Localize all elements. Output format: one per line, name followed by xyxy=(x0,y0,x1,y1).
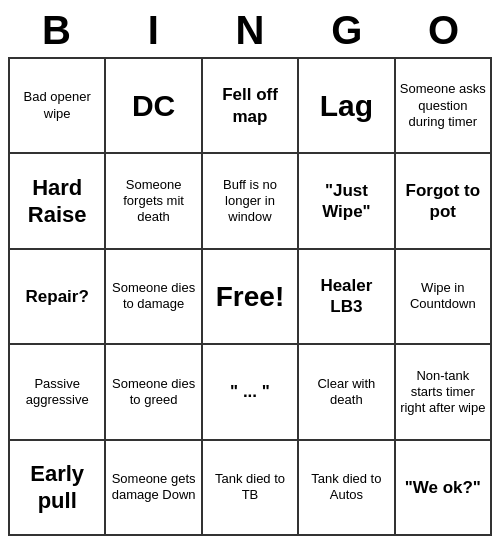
bingo-cell-13: Healer LB3 xyxy=(299,250,395,345)
cell-text-12: Free! xyxy=(216,279,284,314)
bingo-cell-16: Someone dies to greed xyxy=(106,345,202,440)
cell-text-7: Buff is no longer in window xyxy=(207,177,293,226)
cell-text-22: Tank died to TB xyxy=(207,471,293,504)
bingo-cell-0: Bad opener wipe xyxy=(10,59,106,154)
bingo-cell-2: Fell off map xyxy=(203,59,299,154)
cell-text-20: Early pull xyxy=(14,460,100,515)
cell-text-11: Someone dies to damage xyxy=(110,280,196,313)
bingo-cell-5: Hard Raise xyxy=(10,154,106,249)
cell-text-10: Repair? xyxy=(26,286,89,307)
bingo-cell-11: Someone dies to damage xyxy=(106,250,202,345)
bingo-cell-3: Lag xyxy=(299,59,395,154)
cell-text-1: DC xyxy=(132,87,175,125)
bingo-cell-4: Someone asks question during timer xyxy=(396,59,492,154)
cell-text-4: Someone asks question during timer xyxy=(400,81,486,130)
cell-text-24: "We ok?" xyxy=(405,477,481,498)
cell-text-14: Wipe in Countdown xyxy=(400,280,486,313)
bingo-cell-21: Someone gets damage Down xyxy=(106,441,202,536)
cell-text-21: Someone gets damage Down xyxy=(110,471,196,504)
cell-text-0: Bad opener wipe xyxy=(14,89,100,122)
cell-text-13: Healer LB3 xyxy=(303,275,389,318)
bingo-cell-7: Buff is no longer in window xyxy=(203,154,299,249)
bingo-cell-14: Wipe in Countdown xyxy=(396,250,492,345)
title-b: B xyxy=(8,8,105,53)
title-g: G xyxy=(298,8,395,53)
bingo-cell-18: Clear with death xyxy=(299,345,395,440)
bingo-cell-23: Tank died to Autos xyxy=(299,441,395,536)
title-i: I xyxy=(105,8,202,53)
cell-text-2: Fell off map xyxy=(207,84,293,127)
cell-text-15: Passive aggressive xyxy=(14,376,100,409)
cell-text-5: Hard Raise xyxy=(14,174,100,229)
title-o: O xyxy=(395,8,492,53)
cell-text-17: " ... " xyxy=(230,381,270,402)
bingo-cell-12: Free! xyxy=(203,250,299,345)
bingo-cell-22: Tank died to TB xyxy=(203,441,299,536)
bingo-title: B I N G O xyxy=(8,8,492,53)
cell-text-3: Lag xyxy=(320,87,373,125)
cell-text-16: Someone dies to greed xyxy=(110,376,196,409)
bingo-cell-20: Early pull xyxy=(10,441,106,536)
bingo-cell-10: Repair? xyxy=(10,250,106,345)
bingo-cell-9: Forgot to pot xyxy=(396,154,492,249)
bingo-cell-1: DC xyxy=(106,59,202,154)
title-n: N xyxy=(202,8,299,53)
cell-text-9: Forgot to pot xyxy=(400,180,486,223)
cell-text-6: Someone forgets mit death xyxy=(110,177,196,226)
bingo-cell-24: "We ok?" xyxy=(396,441,492,536)
bingo-cell-17: " ... " xyxy=(203,345,299,440)
cell-text-8: "Just Wipe" xyxy=(303,180,389,223)
bingo-grid: Bad opener wipeDCFell off mapLagSomeone … xyxy=(8,57,492,536)
cell-text-18: Clear with death xyxy=(303,376,389,409)
bingo-cell-8: "Just Wipe" xyxy=(299,154,395,249)
bingo-cell-19: Non-tank starts timer right after wipe xyxy=(396,345,492,440)
bingo-cell-6: Someone forgets mit death xyxy=(106,154,202,249)
cell-text-19: Non-tank starts timer right after wipe xyxy=(400,368,486,417)
bingo-cell-15: Passive aggressive xyxy=(10,345,106,440)
cell-text-23: Tank died to Autos xyxy=(303,471,389,504)
